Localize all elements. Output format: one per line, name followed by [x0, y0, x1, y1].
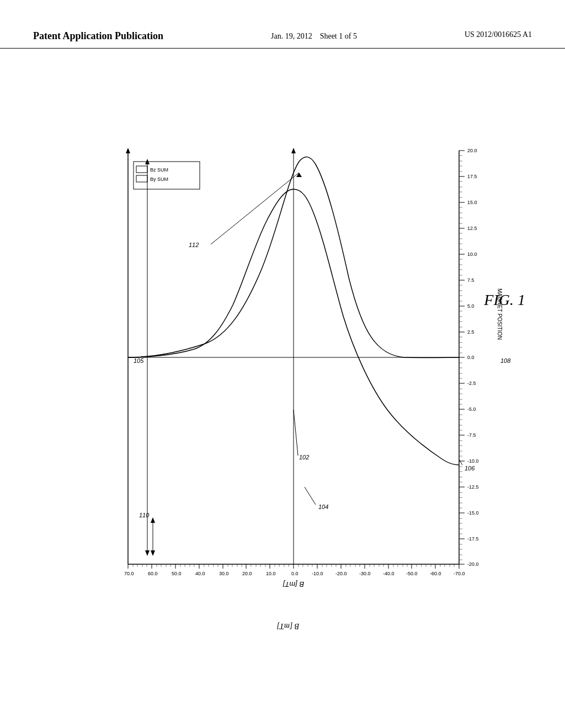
y-axis-arrow: [126, 148, 130, 153]
svg-text:40.0: 40.0: [195, 571, 205, 576]
svg-text:-12.5: -12.5: [467, 484, 479, 490]
svg-text:-40.0: -40.0: [383, 571, 395, 576]
svg-text:-2.5: -2.5: [467, 381, 476, 386]
svg-rect-192: [136, 175, 147, 182]
svg-text:104: 104: [318, 504, 328, 510]
svg-text:10.0: 10.0: [266, 571, 276, 576]
publication-title: Patent Application Publication: [33, 30, 163, 42]
svg-text:110: 110: [139, 512, 150, 518]
svg-text:-10.0: -10.0: [312, 571, 323, 576]
annotation-112: 112: [189, 173, 302, 248]
x-axis-label-div: B [mT]: [277, 622, 300, 630]
svg-text:20.0: 20.0: [242, 571, 252, 576]
patent-number: US 2012/0016625 A1: [465, 30, 532, 39]
svg-text:-60.0: -60.0: [430, 571, 441, 576]
svg-text:-50.0: -50.0: [406, 571, 418, 576]
svg-text:-17.5: -17.5: [467, 536, 479, 542]
bottom-axis: 70.0 60.0 50.0 40.0 30.0 20.0 10.0 0.0 -…: [124, 564, 465, 576]
legend: Bz SUM By SUM: [134, 162, 200, 189]
svg-text:MAGNET POSITION: MAGNET POSITION: [497, 288, 503, 340]
right-axis-ticks: 20.0 17.5 15.0 12.5 10.0 7.5 5.0 2.5 0.0…: [459, 148, 479, 567]
svg-text:30.0: 30.0: [219, 571, 229, 576]
svg-text:-70.0: -70.0: [454, 571, 465, 576]
svg-text:15.0: 15.0: [467, 200, 477, 205]
annotation-102: 102: [294, 410, 309, 461]
svg-line-194: [211, 173, 299, 244]
annotation-105: 105: [134, 159, 150, 556]
svg-text:0.0: 0.0: [291, 571, 299, 576]
svg-text:10.0: 10.0: [467, 251, 477, 257]
svg-line-210: [459, 459, 462, 465]
svg-text:50.0: 50.0: [172, 571, 182, 576]
svg-marker-195: [296, 173, 302, 177]
svg-text:7.5: 7.5: [467, 277, 475, 283]
svg-text:106: 106: [465, 465, 475, 472]
svg-marker-203: [151, 517, 155, 523]
svg-text:-20.0: -20.0: [467, 561, 479, 567]
header-date-sheet: Jan. 19, 2012 Sheet 1 of 5: [271, 30, 357, 42]
center-axis-arrow: [291, 148, 296, 153]
svg-line-206: [294, 410, 298, 456]
svg-text:-20.0: -20.0: [335, 571, 347, 576]
svg-text:2.5: 2.5: [467, 329, 475, 335]
svg-text:108: 108: [500, 357, 511, 364]
svg-text:70.0: 70.0: [124, 571, 134, 576]
svg-text:By SUM: By SUM: [150, 176, 168, 182]
svg-line-208: [305, 487, 316, 505]
page-header: Patent Application Publication Jan. 19, …: [0, 0, 565, 49]
svg-text:-7.5: -7.5: [467, 432, 476, 438]
svg-text:60.0: 60.0: [148, 571, 158, 576]
svg-text:17.5: 17.5: [467, 174, 477, 179]
svg-text:5.0: 5.0: [467, 303, 475, 309]
svg-text:0.0: 0.0: [467, 355, 475, 360]
chart-container: 20.0 17.5 15.0 12.5 10.0 7.5 5.0 2.5 0.0…: [62, 115, 514, 639]
chart-svg: 20.0 17.5 15.0 12.5 10.0 7.5 5.0 2.5 0.0…: [62, 115, 514, 639]
svg-text:-15.0: -15.0: [467, 510, 479, 516]
svg-rect-190: [136, 166, 147, 173]
svg-text:-10.0: -10.0: [467, 458, 479, 464]
figure-area: FIG. 1 20.0 17.5 15.0: [34, 82, 531, 688]
svg-marker-202: [151, 550, 155, 556]
svg-text:112: 112: [189, 242, 199, 248]
svg-text:102: 102: [299, 454, 309, 461]
svg-text:Bz SUM: Bz SUM: [150, 167, 168, 173]
svg-text:12.5: 12.5: [467, 226, 477, 231]
annotation-104: 104: [305, 487, 328, 510]
svg-text:-5.0: -5.0: [467, 406, 476, 412]
svg-text:105: 105: [134, 357, 144, 364]
x-axis-label: B [mT]: [282, 580, 304, 588]
annotation-108: MAGNET POSITION 108: [497, 288, 511, 364]
svg-marker-199: [145, 550, 150, 556]
svg-text:20.0: 20.0: [467, 148, 477, 153]
svg-text:-30.0: -30.0: [359, 571, 371, 576]
